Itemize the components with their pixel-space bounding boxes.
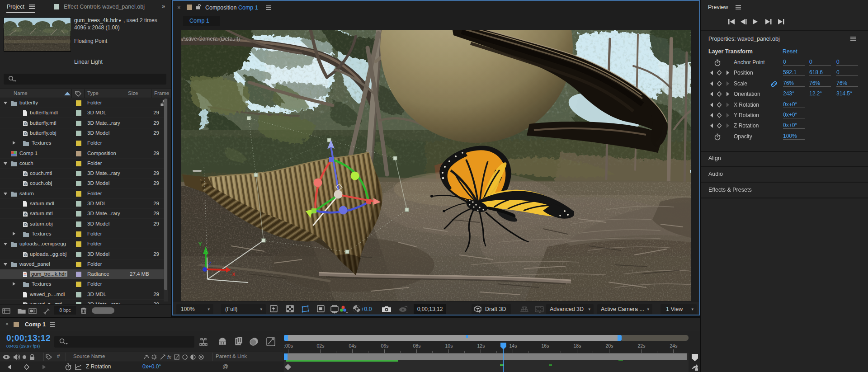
svg-text:Y: Y: [198, 241, 202, 247]
svg-text:Z: Z: [208, 261, 212, 266]
svg-text:fx: fx: [167, 354, 171, 360]
svg-text:X: X: [232, 272, 236, 277]
svg-text:Active Camera (Default): Active Camera (Default): [182, 36, 240, 42]
